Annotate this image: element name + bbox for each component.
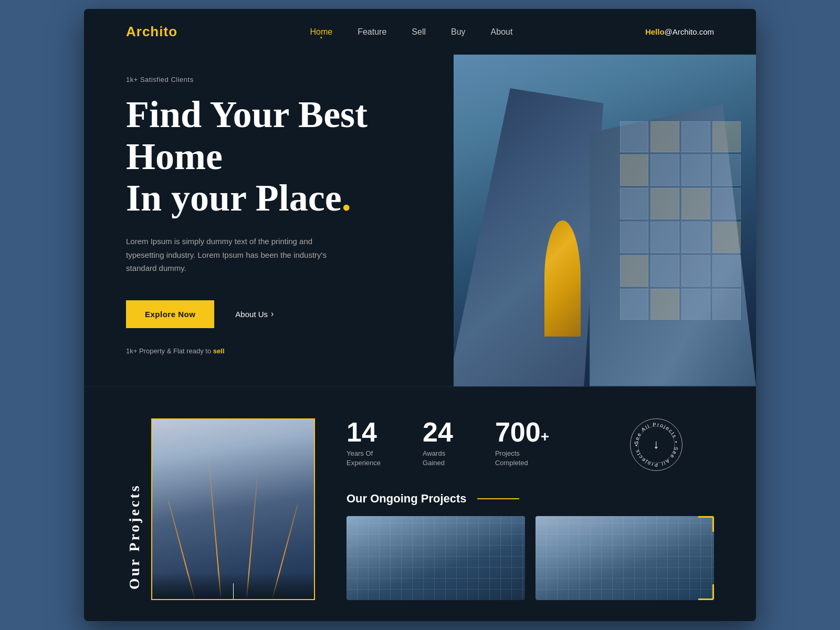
- card-grid-lines-1: [346, 516, 525, 600]
- hero-title-line1: Find Your Best Home: [126, 93, 368, 177]
- arch-window: [681, 222, 710, 253]
- arch-window: [650, 121, 679, 153]
- nav-item-buy[interactable]: Buy: [451, 27, 466, 37]
- email-highlight: Hello: [645, 27, 665, 36]
- stat-awards: 24 Awards Gained: [423, 418, 453, 468]
- arch-window: [712, 289, 741, 320]
- ongoing-cards: [346, 516, 714, 600]
- arch-window: [681, 154, 710, 186]
- arch-window: [712, 121, 741, 153]
- hero-section: 1k+ Satisfied Clients Find Your Best Hom…: [84, 55, 756, 386]
- arch-window: [712, 188, 741, 219]
- stat-awards-label: Awards Gained: [423, 449, 453, 468]
- projects-sidebar: Our Projects: [126, 418, 315, 600]
- about-us-label: About Us: [235, 310, 268, 319]
- arch-window: [712, 255, 741, 287]
- bottom-section: Our Projects: [84, 386, 756, 621]
- stat-years-number: 14: [346, 418, 381, 446]
- arch-window: [620, 289, 649, 320]
- arch-window-grid: [620, 121, 741, 320]
- hero-content: 1k+ Satisfied Clients Find Your Best Hom…: [84, 55, 454, 386]
- nav-link-buy[interactable]: Buy: [451, 27, 466, 36]
- email-rest: @Archito.com: [665, 27, 714, 36]
- nav-item-feature[interactable]: Feature: [358, 27, 386, 37]
- arch-window: [712, 222, 741, 253]
- navbar: Archito Home Feature Sell Buy About Hell…: [84, 9, 756, 55]
- ongoing-header: Our Ongoing Projects: [346, 492, 714, 506]
- arch-window: [650, 289, 679, 320]
- footnote-prefix: 1k+ Property & Flat ready to: [126, 347, 213, 355]
- ongoing-card-img-2: [536, 516, 714, 600]
- arch-window: [650, 188, 679, 219]
- hero-title-dot: .: [342, 177, 351, 219]
- proj-vert-line: [233, 583, 234, 599]
- arch-window: [620, 154, 649, 186]
- hero-title: Find Your Best Home In your Place.: [126, 94, 412, 219]
- stat-projects: 700+ Projects Completed: [495, 418, 549, 468]
- proj-lines: [169, 419, 298, 599]
- about-us-arrow-icon: ›: [271, 309, 274, 319]
- stat-years-label: Years Of Experience: [346, 449, 381, 468]
- hero-buttons: Explore Now About Us ›: [126, 300, 412, 328]
- hero-tagline: 1k+ Satisfied Clients: [126, 76, 412, 83]
- ongoing-title: Our Ongoing Projects: [346, 492, 467, 506]
- ongoing-card-2[interactable]: [536, 516, 714, 600]
- nav-link-sell[interactable]: Sell: [412, 27, 426, 36]
- arch-window: [620, 188, 649, 219]
- stat-projects-label: Projects Completed: [495, 449, 549, 468]
- circle-arrow-container: ↓: [630, 418, 682, 471]
- ongoing-card-img-1: [346, 516, 525, 600]
- see-all-projects-circle[interactable]: See All Projects • See All Projects • ↓: [630, 418, 682, 471]
- proj-bottom-bar: [152, 573, 314, 599]
- card-bracket-bottom-right: [698, 584, 714, 600]
- arch-window: [681, 188, 710, 219]
- ongoing-title-line: [477, 498, 519, 499]
- arch-window: [620, 121, 649, 153]
- nav-link-home[interactable]: Home: [310, 27, 333, 36]
- stats-numbers: 14 Years Of Experience 24 Awards: [346, 418, 549, 468]
- arch-window: [620, 222, 649, 253]
- nav-links: Home Feature Sell Buy About: [310, 27, 513, 37]
- arch-golden-cylinder: [544, 220, 581, 337]
- projects-image-box: [151, 418, 315, 600]
- stat-awards-number: 24: [423, 418, 453, 446]
- nav-item-home[interactable]: Home: [310, 27, 333, 37]
- nav-email: Hello@Archito.com: [645, 27, 714, 36]
- arch-window: [712, 154, 741, 186]
- nav-item-about[interactable]: About: [491, 27, 513, 37]
- logo-highlight: to: [163, 24, 177, 39]
- stat-projects-number: 700+: [495, 418, 549, 446]
- about-us-button[interactable]: About Us ›: [235, 309, 274, 319]
- arch-window: [681, 289, 710, 320]
- stats-section: 14 Years Of Experience 24 Awards: [346, 418, 714, 600]
- arch-window: [650, 222, 679, 253]
- footnote-sell-link[interactable]: sell: [213, 347, 225, 355]
- stat-years: 14 Years Of Experience: [346, 418, 381, 468]
- hero-image: [454, 55, 756, 386]
- hero-description: Lorem Ipsum is simply dummy text of the …: [126, 235, 336, 275]
- arch-window: [681, 121, 710, 153]
- site-wrapper: Archito Home Feature Sell Buy About Hell…: [84, 9, 756, 621]
- nav-link-feature[interactable]: Feature: [358, 27, 386, 36]
- arch-window: [650, 255, 679, 287]
- card-grid-lines-2: [536, 516, 714, 600]
- down-arrow-icon: ↓: [653, 437, 659, 452]
- explore-now-button[interactable]: Explore Now: [126, 300, 214, 328]
- ongoing-card-1[interactable]: [346, 516, 525, 600]
- arch-window: [681, 255, 710, 287]
- projects-image-inner: [152, 419, 314, 599]
- hero-footnote: 1k+ Property & Flat ready to sell: [126, 347, 412, 355]
- logo-prefix: Archi: [126, 24, 163, 39]
- projects-vertical-label: Our Projects: [126, 418, 143, 600]
- arch-window: [650, 154, 679, 186]
- arch-window: [620, 255, 649, 287]
- logo[interactable]: Archito: [126, 24, 177, 40]
- ongoing-projects: Our Ongoing Projects: [346, 492, 714, 600]
- hero-title-line2: In your Place: [126, 177, 342, 219]
- nav-link-about[interactable]: About: [491, 27, 513, 36]
- card-bracket-top-right: [698, 516, 714, 532]
- hero-building-image: [454, 55, 756, 386]
- nav-item-sell[interactable]: Sell: [412, 27, 426, 37]
